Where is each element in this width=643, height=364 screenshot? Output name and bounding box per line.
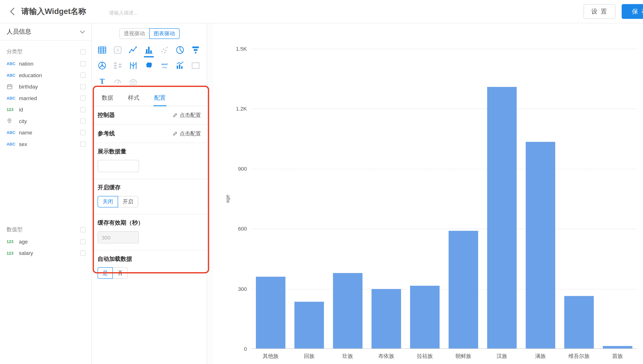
x-tick-label: 苗族 <box>598 353 637 360</box>
y-tick-label: 1.5K <box>236 46 251 52</box>
field-checkbox[interactable] <box>80 84 86 89</box>
gauge-chart-icon[interactable] <box>110 73 126 89</box>
field-row-education[interactable]: ABCeducation <box>0 69 92 81</box>
cache-option[interactable]: 开启 <box>118 196 138 207</box>
field-checkbox[interactable] <box>80 96 86 101</box>
x-tick-label: 壮族 <box>328 353 367 360</box>
field-row-married[interactable]: ABCmarried <box>0 92 92 104</box>
tab-样式[interactable]: 样式 <box>127 91 140 106</box>
pie-chart-icon[interactable] <box>172 42 188 58</box>
panel-gutter <box>207 24 214 364</box>
controller-configure-link[interactable]: 点击配置 <box>172 112 201 119</box>
field-checkbox[interactable] <box>80 239 86 244</box>
text-chart-icon[interactable]: T <box>94 73 110 89</box>
x-tick-label: 维吾尔族 <box>560 353 598 360</box>
reference-line-row: 参考线 点击配置 <box>92 125 207 143</box>
bar-满族 <box>526 142 556 349</box>
mode-option[interactable]: 图表驱动 <box>149 28 180 39</box>
display-count-label: 展示数据量 <box>98 148 201 155</box>
radar-chart-icon[interactable] <box>94 58 110 73</box>
cache-ttl-input[interactable] <box>98 231 139 244</box>
map-chart-icon[interactable] <box>141 58 157 73</box>
bar-slot <box>521 49 560 349</box>
cache-group: 开启缓存 关闭开启 <box>92 179 207 214</box>
field-checkbox[interactable] <box>80 72 86 78</box>
funnel-chart-icon[interactable] <box>188 42 203 58</box>
top-bar: 设 置 保 存 <box>0 0 643 24</box>
cache-option[interactable]: 关闭 <box>98 196 118 207</box>
field-checkbox[interactable] <box>80 130 86 135</box>
back-button[interactable] <box>6 4 18 19</box>
y-axis-title: age <box>225 195 230 203</box>
display-count-input[interactable] <box>98 160 139 172</box>
field-name: sex <box>19 141 27 147</box>
string-type-icon: ABC <box>7 73 18 77</box>
table-icon[interactable] <box>94 42 110 58</box>
y-tick-label: 1.2K <box>236 106 251 112</box>
wordcloud-chart-icon[interactable]: wordcloud <box>157 58 172 73</box>
chevron-left-icon <box>9 7 15 16</box>
autoload-label: 自动加载数据 <box>98 255 201 263</box>
reference-line-configure-link[interactable]: 点击配置 <box>172 130 201 137</box>
field-name: city <box>19 118 27 124</box>
semigauge-chart-icon[interactable] <box>126 73 141 89</box>
save-button[interactable]: 保 存 <box>622 4 643 19</box>
widget-editor: 设 置 保 存 人员信息 分类型ABCnationABCeducationbir… <box>0 0 643 364</box>
string-type-icon: ABC <box>7 130 18 135</box>
field-row-salary[interactable]: 123salary <box>0 247 92 258</box>
controller-label: 控制器 <box>98 112 115 119</box>
x-tick-label: 汉族 <box>483 353 521 360</box>
field-checkbox[interactable] <box>80 250 86 256</box>
autoload-group: 自动加载数据 是否 <box>92 250 207 285</box>
bar-slot <box>598 49 637 349</box>
combo-chart-icon[interactable] <box>172 58 188 73</box>
autoload-option[interactable]: 否 <box>112 267 128 278</box>
field-name: birthday <box>19 83 38 90</box>
field-checkbox[interactable] <box>80 141 86 147</box>
bar-slot <box>328 49 367 349</box>
field-checkbox[interactable] <box>80 118 86 124</box>
field-section-header: 数值型 <box>0 224 92 236</box>
field-row-sex[interactable]: ABCsex <box>0 138 92 150</box>
bar-拉祜族 <box>410 286 440 349</box>
section-checkbox[interactable] <box>80 49 86 54</box>
bar-slot <box>367 49 406 349</box>
field-row-id[interactable]: 123id <box>0 104 92 115</box>
tab-配置[interactable]: 配置 <box>154 91 166 106</box>
field-checkbox[interactable] <box>80 107 86 112</box>
view-selector[interactable]: 人员信息 <box>0 24 92 41</box>
autoload-toggle: 是否 <box>98 267 201 278</box>
field-row-age[interactable]: 123age <box>0 236 92 247</box>
field-row-nation[interactable]: ABCnation <box>0 58 92 69</box>
parallel-chart-icon[interactable] <box>126 58 141 73</box>
sankey-chart-icon[interactable] <box>110 58 126 73</box>
iframe-chart-icon[interactable] <box>188 58 203 73</box>
field-row-city[interactable]: city <box>0 115 92 126</box>
line-chart-icon[interactable] <box>126 42 141 58</box>
field-section-label: 分类型 <box>7 48 23 56</box>
bar-chart-icon[interactable] <box>141 42 157 58</box>
controller-configure-label: 点击配置 <box>180 112 201 119</box>
bar-slot <box>560 49 598 349</box>
field-row-birthday[interactable]: birthday <box>0 81 92 92</box>
widget-name-input[interactable] <box>21 7 103 16</box>
scatter-chart-icon[interactable] <box>157 42 172 58</box>
calendar-icon <box>7 83 18 90</box>
cache-toggle: 关闭开启 <box>98 196 201 207</box>
tab-数据[interactable]: 数据 <box>101 91 114 106</box>
field-checkbox[interactable] <box>80 61 86 66</box>
field-sections: 分类型ABCnationABCeducationbirthdayABCmarri… <box>0 40 92 258</box>
field-row-name[interactable]: ABCname <box>0 126 92 138</box>
widget-description-input[interactable] <box>109 10 171 16</box>
view-name: 人员信息 <box>7 28 31 36</box>
scorecard-icon[interactable]: 8 <box>110 42 126 58</box>
autoload-option[interactable]: 是 <box>98 267 113 278</box>
field-section: 分类型ABCnationABCeducationbirthdayABCmarri… <box>0 40 92 150</box>
chevron-down-icon <box>80 30 85 33</box>
settings-button[interactable]: 设 置 <box>583 4 615 19</box>
mode-option[interactable]: 透视驱动 <box>119 28 150 39</box>
x-axis-labels: 其他族回族壮族布依族拉祜族朝鲜族汉族满族维吾尔族苗族 <box>252 353 637 360</box>
location-icon <box>7 118 18 124</box>
section-checkbox[interactable] <box>80 227 86 232</box>
cache-ttl-label: 缓存有效期（秒） <box>98 220 201 227</box>
